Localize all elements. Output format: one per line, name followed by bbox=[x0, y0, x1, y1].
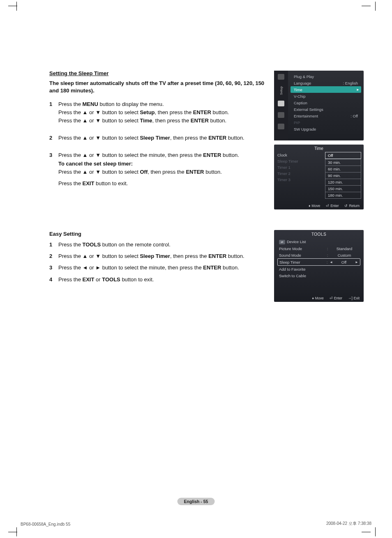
osd-menu-item[interactable]: PIP bbox=[291, 119, 361, 126]
value-text: Off bbox=[341, 260, 347, 264]
osd-menu-item[interactable]: SW Upgrade bbox=[291, 126, 361, 132]
crop-mark bbox=[8, 6, 17, 6]
menu-item-label: Caption bbox=[294, 101, 307, 105]
crop-mark bbox=[8, 532, 17, 532]
colon: : bbox=[325, 246, 330, 251]
left-arrow-icon[interactable]: ◄ bbox=[330, 260, 333, 264]
crop-mark bbox=[16, 2, 17, 11]
osd-left-item[interactable]: Clock bbox=[277, 152, 325, 158]
picture-icon bbox=[278, 74, 284, 80]
osd-left-item[interactable]: Timer 3 bbox=[277, 177, 325, 183]
osd-tools-item[interactable]: Picture Mode:Standard bbox=[277, 245, 360, 252]
step-line: Press the ▲ or ▼ button to select Setup,… bbox=[58, 109, 267, 116]
osd-left-list: ClockSleep TimerTimer 1Timer 2Timer 3 bbox=[277, 152, 325, 199]
step: 1Press the TOOLS button on the remote co… bbox=[49, 241, 267, 250]
section-easy-setting: Easy Setting 1Press the TOOLS button on … bbox=[49, 230, 267, 287]
application-icon bbox=[278, 124, 284, 129]
step: 4Press the EXIT or TOOLS button to exit. bbox=[49, 276, 267, 285]
menu-item-label: SW Upgrade bbox=[294, 127, 316, 131]
step-number: 1 bbox=[49, 101, 58, 126]
step-body: Press the TOOLS button on the remote con… bbox=[58, 241, 267, 250]
osd-sidebar: Setup bbox=[274, 71, 288, 140]
menu-item-label: PIP bbox=[294, 120, 300, 125]
menu-item-label: Entertainment bbox=[294, 114, 318, 118]
step-line: Press the ◄ or ► button to select the mi… bbox=[58, 264, 267, 272]
step-number: 2 bbox=[49, 252, 58, 261]
right-arrow-icon[interactable]: ► bbox=[355, 260, 358, 264]
step: 2Press the ▲ or ▼ button to select Sleep… bbox=[49, 134, 267, 143]
move-hint: ♦ Move bbox=[312, 296, 323, 300]
colon: : bbox=[325, 253, 330, 258]
crop-mark bbox=[362, 532, 371, 532]
tools-item-label: ⇄Device List bbox=[279, 239, 359, 244]
enter-hint: ⏎ Enter bbox=[330, 296, 342, 300]
tools-item-label: Add to Favorite bbox=[279, 267, 359, 271]
input-icon bbox=[278, 112, 284, 118]
osd-options-list: Off30 min.60 min.90 min.120 min.150 min.… bbox=[325, 152, 361, 199]
sidebar-label: Setup bbox=[279, 86, 283, 95]
step-body: Press the ◄ or ► button to select the mi… bbox=[58, 264, 267, 273]
osd-menu-item[interactable]: External Settings bbox=[291, 106, 361, 113]
osd-option-item[interactable]: 120 min. bbox=[325, 179, 361, 185]
osd-menu-item[interactable]: V-Chip bbox=[291, 93, 361, 99]
footer-filename: BP68-00658A_Eng.indb 55 bbox=[21, 522, 70, 527]
step-body: Press the ▲ or ▼ button to select the mi… bbox=[58, 152, 267, 188]
osd-left-item[interactable]: Sleep Timer bbox=[277, 158, 325, 164]
osd-option-item[interactable]: 180 min. bbox=[325, 192, 361, 199]
section-intro: The sleep timer automatically shuts off … bbox=[49, 80, 267, 94]
enter-hint: ⏎ Enter bbox=[326, 204, 339, 208]
osd-option-item[interactable]: 150 min. bbox=[325, 185, 361, 192]
osd-menu-item[interactable]: Time bbox=[291, 86, 361, 93]
menu-item-label: External Settings bbox=[294, 107, 323, 112]
tools-item-label: Sleep Timer bbox=[279, 260, 325, 264]
osd-left-item[interactable]: Timer 1 bbox=[277, 164, 325, 170]
step-number: 1 bbox=[49, 241, 58, 250]
osd-title: TOOLS bbox=[274, 230, 364, 238]
osd-tools-item[interactable]: Sleep Timer:◄Off► bbox=[277, 258, 360, 266]
steps-list: 1Press the TOOLS button on the remote co… bbox=[49, 241, 267, 285]
crop-mark bbox=[362, 6, 371, 6]
menu-item-value: : Off bbox=[350, 114, 358, 118]
osd-menu-list: Plug & PlayLanguage: EnglishTimeV-ChipCa… bbox=[291, 73, 361, 132]
step-line: Press the ▲ or ▼ button to select Off, t… bbox=[58, 168, 267, 176]
source-icon: ⇄ bbox=[279, 240, 285, 244]
osd-title: Time bbox=[274, 145, 364, 152]
menu-item-value: : English bbox=[343, 81, 358, 85]
osd-option-item[interactable]: 60 min. bbox=[325, 166, 361, 172]
step-line: Press the EXIT or TOOLS button to exit. bbox=[58, 276, 267, 284]
crop-mark bbox=[375, 2, 376, 11]
step-number: 2 bbox=[49, 134, 58, 143]
tools-item-value: Standard bbox=[330, 246, 359, 251]
step-line: Press the MENU button to display the men… bbox=[58, 101, 267, 108]
osd-option-item[interactable]: 30 min. bbox=[325, 159, 361, 166]
osd-tools-list: ⇄Device ListPicture Mode:StandardSound M… bbox=[274, 238, 364, 279]
osd-footer: ♦ Move ⏎ Enter →] Exit bbox=[274, 296, 364, 300]
step-body: Press the EXIT or TOOLS button to exit. bbox=[58, 276, 267, 285]
osd-tools-menu: TOOLS ⇄Device ListPicture Mode:StandardS… bbox=[274, 230, 364, 302]
osd-left-item[interactable]: Timer 2 bbox=[277, 170, 325, 177]
step-line: To cancel the set sleep timer: bbox=[58, 160, 267, 168]
osd-option-item[interactable]: 90 min. bbox=[325, 172, 361, 179]
step: 3Press the ◄ or ► button to select the m… bbox=[49, 264, 267, 273]
step-line: Press the ▲ or ▼ button to select Sleep … bbox=[58, 252, 267, 260]
step: 3Press the ▲ or ▼ button to select the m… bbox=[49, 152, 267, 188]
step-line: Press the TOOLS button on the remote con… bbox=[58, 241, 267, 249]
osd-tools-item[interactable]: ⇄Device List bbox=[277, 238, 360, 245]
osd-tools-item[interactable]: Add to Favorite bbox=[277, 266, 360, 272]
osd-tools-item[interactable]: Sound Mode:Custom bbox=[277, 252, 360, 258]
colon: : bbox=[325, 260, 330, 264]
step-number: 3 bbox=[49, 264, 58, 273]
step: 2Press the ▲ or ▼ button to select Sleep… bbox=[49, 252, 267, 261]
step-body: Press the ▲ or ▼ button to select Sleep … bbox=[58, 134, 267, 143]
osd-menu-item[interactable]: Entertainment: Off bbox=[291, 113, 361, 119]
osd-menu-item[interactable]: Caption bbox=[291, 99, 361, 106]
osd-footer: ♦ Move ⏎ Enter ↺ Return bbox=[274, 204, 364, 208]
osd-menu-item[interactable]: Language: English bbox=[291, 80, 361, 86]
return-hint: ↺ Return bbox=[344, 204, 360, 208]
osd-menu-item[interactable]: Plug & Play bbox=[291, 73, 361, 80]
step: 1Press the MENU button to display the me… bbox=[49, 101, 267, 126]
section-title: Setting the Sleep Timer bbox=[49, 70, 267, 77]
osd-option-item[interactable]: Off bbox=[325, 152, 361, 159]
osd-tools-item[interactable]: Switch to Cable bbox=[277, 272, 360, 279]
step-number: 3 bbox=[49, 152, 58, 188]
